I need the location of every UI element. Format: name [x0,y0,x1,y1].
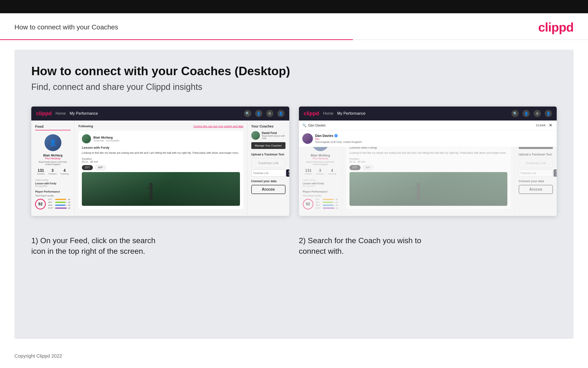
app-content-2: Feed 👤 Blair McHarg Plus Handicap Royal … [299,120,557,216]
arccos-box-2: Arccos [519,185,553,194]
step1-text: 1) On your Feed, click on the searchicon… [31,236,156,256]
activity-section-2: Latest Activity [303,179,338,181]
trackman-input-row-1: Add Link [251,169,285,177]
toggle-off-2: OTT [350,165,360,170]
stat-bars-2: OTT 90 APP 85 ARG [316,198,338,210]
svg-rect-7 [414,187,418,188]
quality-circle-2: 92 [303,199,313,209]
stats-row-2: 131 Activities 3 Followers 4 Following [303,168,338,175]
post-text-2: Looking to feel like my hands are exitin… [350,151,508,155]
user-avatar-nav[interactable]: 👤 [277,110,284,117]
manage-coaches-btn-1[interactable]: Manage Your Coaches [251,142,285,149]
bar-putt-bg [55,208,67,209]
stat-followers-lbl-2: Followers [316,173,324,175]
user-subtitle-1: Plus Handicap [35,157,70,160]
search-icon-2[interactable]: 🔍 [511,110,519,117]
following-row-1: Following Control who can see your activ… [79,124,243,128]
bar-putt-fill [55,208,67,209]
bar-ott-val: 90 [68,198,70,201]
post-toggle-row-2: OTT APP [350,165,508,170]
svg-rect-9 [418,194,420,200]
bar-ott: OTT 90 [48,198,70,201]
duration-label-1: Duration [82,157,92,160]
app-logo-2: clippd [304,110,319,117]
settings-icon-2[interactable]: ⚙ [534,110,541,117]
coach-item-1: David Ford Royal North Devon Golf Club [251,131,285,140]
footer: Copyright Clippd 2022 [0,349,588,364]
logo: clippd [538,20,574,35]
post-card-1: Blair McHarg Yesterday · Sunningdale Les… [79,131,243,209]
stat-activities-lbl-2: Activities [305,173,312,175]
user-avatar-nav-2[interactable]: 👤 [545,110,552,117]
svg-rect-4 [151,194,153,200]
app-logo-1: clippd [36,110,52,117]
bar-arg-2: ARG 86 [316,204,338,206]
toggle-off-1[interactable]: OTT [82,165,93,170]
upload-section-2: Upload a Trackman Test Trackman Link Add… [519,153,553,177]
upload-title-1: Upload a Trackman Test [251,153,285,156]
toggle-app-2: APP [362,165,374,170]
settings-icon[interactable]: ⚙ [266,110,273,117]
nav-performance-1[interactable]: My Performance [70,111,98,116]
bar-app-2: APP 85 [316,201,338,203]
bar-putt: PUTT 96 [48,207,70,209]
bar-putt-2: PUTT 96 [316,207,338,209]
result-name-1: Dan Davies ✓ [315,134,362,138]
activity-name-2: Lesson with Fordy [303,182,338,185]
toggle-app-1[interactable]: APP [95,165,106,170]
bar-arg-label: ARG [48,204,54,206]
quality-label-2: Total Player Quality [303,194,338,197]
svg-rect-3 [149,194,151,200]
bar-ott-bg [55,199,67,200]
profile-icon[interactable]: 👤 [255,110,262,117]
steps-row: 1) On your Feed, click on the searchicon… [31,230,557,257]
stat-followers-num: 3 [48,168,57,173]
close-search-button[interactable]: ✕ [548,122,553,128]
bar-arg-bg [55,205,67,206]
trackman-input-2 [519,169,553,177]
search-magnifier-icon: 🔍 [302,123,306,127]
coach-avatar-1 [251,131,260,140]
stat-following-num: 4 [61,168,69,173]
top-bar [0,0,588,13]
nav-icons-1: 🔍 👤 ⚙ 👤 [244,110,284,117]
connect-title-2: Connect your data [519,180,553,183]
profile-icon-2[interactable]: 👤 [523,110,530,117]
search-result-1[interactable]: Dan Davies ✓ Pro Sunningdale Golf Club, … [299,130,557,147]
right-panel-1: Your Coaches David Ford Royal North Devo… [247,120,289,216]
search-icon[interactable]: 🔍 [244,110,251,117]
trackman-input-1[interactable] [251,169,285,177]
post-toggle-row-1: OTT APP [82,165,240,170]
stat-followers-lbl: Followers [48,173,57,175]
clear-button[interactable]: CLEAR [536,124,546,127]
bar-putt-val: 96 [68,207,70,209]
golfer-silhouette-2 [412,182,425,204]
svg-rect-8 [417,194,418,200]
trackman-input-row-2: Add Link [519,169,553,177]
following-button-1[interactable]: Following [79,124,93,128]
navbar-inner-2: clippd Home My Performance 🔍 👤 ⚙ 👤 [304,110,552,117]
duration-val-1: 01 hr : 30 min [82,160,98,163]
screenshot2: clippd Home My Performance 🔍 👤 ⚙ 👤 [299,107,557,216]
coach-name-1: David Ford [262,131,285,135]
screenshot2-wrapper: clippd Home My Performance 🔍 👤 ⚙ 👤 [299,107,557,216]
user-subtitle-2: Plus Handicap [303,157,338,160]
search-input-mock[interactable]: Dan Davies [308,123,534,127]
control-link-1[interactable]: Control who can see your activity and da… [193,125,243,128]
stat-followers-num-2: 3 [316,168,324,173]
nav-home-1[interactable]: Home [56,111,66,116]
result-subtitle-1: Pro [315,138,362,140]
add-link-btn-2: Add Link [553,169,557,177]
result-info-1: Dan Davies ✓ Pro Sunningdale Golf Club, … [315,134,362,143]
post-image-1 [82,172,240,206]
quality-label-1: Total Player Quality [35,194,70,197]
add-link-btn-1[interactable]: Add Link [286,169,289,177]
stat-followers: 3 Followers [48,168,57,175]
main-content: How to connect with your Coaches (Deskto… [14,50,574,339]
stat-bars-1: OTT 90 APP 85 ARG [48,198,70,210]
step1-desc: 1) On your Feed, click on the searchicon… [31,230,289,257]
connect-title-1: Connect your data [251,180,285,183]
post-text-1: Looking to feel like my hands are exitin… [82,151,240,155]
golfer-silhouette-1 [145,182,157,204]
result-avatar-1 [302,133,313,144]
